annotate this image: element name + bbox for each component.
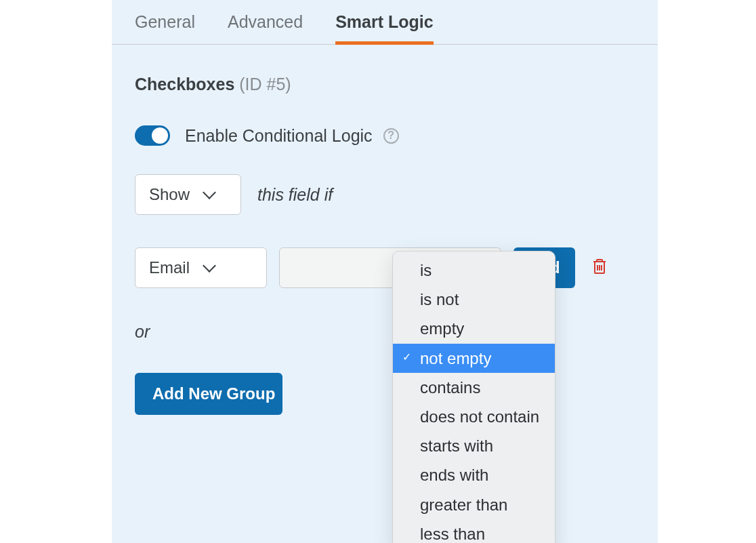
action-select[interactable]: Show (135, 174, 241, 215)
field-id: (ID #5) (239, 75, 291, 94)
operator-option[interactable]: empty (393, 314, 555, 343)
field-name: Checkboxes (135, 75, 234, 94)
operator-option[interactable]: not empty (393, 344, 555, 373)
condition-field-value: Email (149, 258, 190, 277)
field-heading: Checkboxes (ID #5) (112, 45, 658, 94)
operator-option[interactable]: is (393, 256, 555, 285)
condition-field-select[interactable]: Email (135, 247, 267, 288)
add-new-group-button[interactable]: Add New Group (135, 373, 282, 415)
action-suffix-text: this field if (257, 185, 333, 205)
enable-conditional-toggle[interactable] (135, 125, 170, 146)
operator-dropdown[interactable]: isis notemptynot emptycontainsdoes not c… (392, 251, 555, 543)
tab-smart-logic[interactable]: Smart Logic (335, 12, 433, 45)
operator-option[interactable]: contains (393, 373, 555, 402)
enable-label: Enable Conditional Logic (185, 126, 373, 146)
help-icon[interactable]: ? (383, 128, 399, 144)
operator-option[interactable]: does not contain (393, 402, 555, 431)
chevron-down-icon (203, 186, 216, 199)
add-group-row: Add New Group (112, 342, 658, 415)
operator-option[interactable]: is not (393, 285, 555, 314)
operator-option[interactable]: greater than (393, 490, 555, 519)
trash-icon[interactable] (591, 258, 608, 278)
action-row: Show this field if (112, 146, 658, 215)
toggle-knob (152, 127, 168, 144)
operator-option[interactable]: less than (393, 519, 555, 543)
condition-row: Email And (112, 215, 658, 288)
chevron-down-icon (203, 259, 216, 273)
tab-general[interactable]: General (135, 12, 195, 45)
enable-row: Enable Conditional Logic ? (112, 94, 658, 146)
tab-bar: General Advanced Smart Logic (112, 0, 658, 45)
operator-option[interactable]: ends with (393, 460, 555, 489)
action-select-value: Show (149, 185, 190, 204)
operator-option[interactable]: starts with (393, 431, 555, 460)
or-label: or (112, 288, 658, 342)
tab-advanced[interactable]: Advanced (228, 12, 303, 45)
settings-panel: General Advanced Smart Logic Checkboxes … (112, 0, 658, 543)
